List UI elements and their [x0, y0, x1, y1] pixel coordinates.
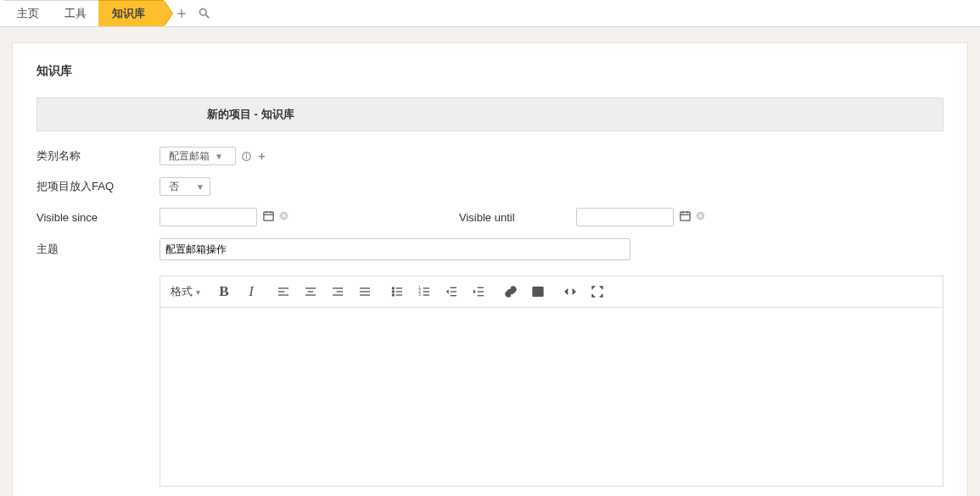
row-editor: 格式▾ B I 123 — [36, 272, 944, 487]
align-right-icon[interactable] — [329, 283, 346, 300]
align-center-icon[interactable] — [302, 283, 319, 300]
plus-icon[interactable] — [176, 8, 188, 20]
input-visible-until[interactable] — [576, 208, 674, 226]
add-category-icon[interactable] — [257, 152, 266, 161]
chevron-down-icon: ▼ — [196, 182, 204, 192]
align-left-icon[interactable] — [275, 283, 292, 300]
svg-text:3: 3 — [418, 293, 421, 297]
svg-rect-16 — [680, 212, 690, 220]
tab-home[interactable]: 主页 — [3, 0, 58, 26]
label-category: 类别名称 — [36, 148, 160, 164]
clear-icon[interactable] — [695, 210, 706, 224]
ordered-list-icon[interactable]: 123 — [416, 283, 433, 300]
fullscreen-icon[interactable] — [589, 283, 606, 300]
row-faq: 把项目放入FAQ 否▼ — [36, 177, 944, 196]
code-icon[interactable] — [562, 283, 579, 300]
indent-icon[interactable] — [470, 283, 487, 300]
select-faq[interactable]: 否▼ — [160, 177, 210, 196]
input-subject[interactable] — [160, 238, 630, 260]
chevron-down-icon: ▼ — [215, 152, 223, 161]
calendar-icon[interactable] — [262, 209, 275, 225]
svg-point-2 — [200, 9, 207, 16]
tab-tools[interactable]: 工具 — [51, 0, 105, 26]
input-visible-since[interactable] — [160, 208, 257, 226]
editor-toolbar: 格式▾ B I 123 — [160, 276, 943, 308]
row-category: 类别名称 配置邮箱▼ — [36, 147, 944, 165]
select-category[interactable]: 配置邮箱▼ — [160, 147, 236, 165]
format-dropdown[interactable]: 格式▾ — [171, 284, 200, 299]
tab-kb[interactable]: 知识库 — [98, 0, 164, 26]
info-icon[interactable] — [241, 151, 252, 162]
page-container: 知识库 新的项目 - 知识库 类别名称 配置邮箱▼ 把项目放入FAQ 否▼ Vi — [12, 42, 968, 496]
align-justify-icon[interactable] — [356, 283, 373, 300]
editor: 格式▾ B I 123 — [160, 276, 944, 487]
clear-icon[interactable] — [278, 210, 289, 224]
svg-point-37 — [392, 294, 394, 296]
svg-line-3 — [205, 14, 209, 18]
outdent-icon[interactable] — [443, 283, 460, 300]
svg-rect-9 — [264, 212, 273, 220]
chevron-down-icon: ▾ — [196, 287, 200, 297]
calendar-icon[interactable] — [679, 209, 692, 225]
unordered-list-icon[interactable] — [389, 283, 406, 300]
row-dates: Visible since Visible until — [36, 208, 944, 226]
svg-point-36 — [392, 291, 394, 293]
link-icon[interactable] — [502, 283, 519, 300]
label-visible-since: Visible since — [36, 211, 160, 224]
page-title: 知识库 — [36, 64, 944, 79]
row-subject: 主题 — [36, 238, 944, 260]
label-visible-until: Visible until — [452, 211, 571, 224]
svg-point-35 — [392, 287, 394, 289]
search-icon[interactable] — [198, 7, 210, 20]
tab-bar: 主页 工具 知识库 — [0, 0, 980, 27]
italic-icon[interactable]: I — [243, 283, 260, 300]
label-subject: 主题 — [36, 238, 160, 257]
editor-content[interactable] — [160, 308, 943, 486]
label-faq: 把项目放入FAQ — [36, 179, 160, 194]
image-icon[interactable] — [529, 283, 546, 300]
form-header: 新的项目 - 知识库 — [36, 98, 944, 131]
svg-point-6 — [246, 153, 247, 154]
bold-icon[interactable]: B — [216, 283, 232, 300]
